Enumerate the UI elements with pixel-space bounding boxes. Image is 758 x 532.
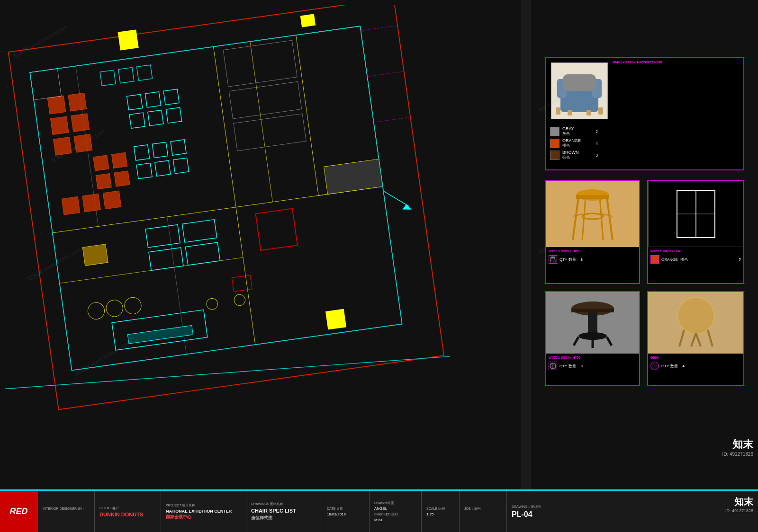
svg-rect-48 xyxy=(229,81,301,119)
round-table-qty-value: 4 xyxy=(683,364,685,368)
svg-rect-57 xyxy=(82,244,108,266)
scale-label: SCALE 比例 xyxy=(426,506,454,511)
swatch-orange-label: ORANGE橘色 xyxy=(562,138,591,148)
stool-small-icon xyxy=(550,256,556,263)
svg-line-87 xyxy=(550,258,551,262)
scale-value: 1:75 xyxy=(426,512,454,516)
date-label: DATE 日期 xyxy=(327,506,364,511)
svg-rect-29 xyxy=(96,173,111,189)
svg-line-97 xyxy=(607,337,612,346)
high-table-card: W460 x D470 x H840 ORANGE 橘色 7 xyxy=(647,180,744,284)
svg-point-102 xyxy=(678,298,714,334)
svg-line-61 xyxy=(30,26,360,72)
svg-rect-17 xyxy=(50,116,69,135)
drawn-section: DRAWN 绘图 ANGEL CHECKED 校对 MIKE xyxy=(370,491,422,532)
svg-rect-1 xyxy=(118,29,139,50)
svg-rect-22 xyxy=(145,92,161,107)
project-label: PROJECT 项目名称 xyxy=(166,503,241,508)
svg-line-81 xyxy=(607,197,613,240)
bar-stool-qty-value: 8 xyxy=(581,257,583,262)
svg-line-96 xyxy=(574,337,578,346)
dining-table-icon xyxy=(549,362,557,370)
designer-label: INTERIOR DESIGNER 设计 xyxy=(43,506,90,511)
designer-section: INTERIOR DESIGNER 设计 xyxy=(38,491,95,532)
project-value: NATIONAL EXHIBITION CENTER 国家会展中心 xyxy=(166,509,241,520)
drawn-value: ANGEL xyxy=(374,506,416,511)
svg-rect-33 xyxy=(171,140,186,155)
svg-point-95 xyxy=(578,332,607,340)
project-section: PROJECT 项目名称 NATIONAL EXHIBITION CENTER … xyxy=(161,491,246,532)
dining-table-card: W560 x D560 x H750 QTY 数量 9 xyxy=(545,291,640,386)
high-table-color-swatch xyxy=(650,255,659,264)
high-table-info: W460 x D470 x H840 ORANGE 橘色 7 xyxy=(648,247,743,266)
client-section: CLIENT 客户 DUNKIN DONUTS xyxy=(95,491,161,532)
svg-rect-31 xyxy=(134,145,150,160)
job-section: JOB # 编号 xyxy=(460,491,507,532)
dining-table-info: W560 x D560 x H750 QTY 数量 9 xyxy=(546,354,639,372)
swatch-gray xyxy=(550,127,559,136)
svg-rect-93 xyxy=(571,309,614,312)
drawings-label: DRAWINGS 图纸名称 xyxy=(251,502,317,506)
svg-rect-67 xyxy=(232,275,252,291)
svg-rect-36 xyxy=(173,158,189,174)
swatch-brown-label: BROWN棕色 xyxy=(562,150,591,160)
drawing-value: PL-04 xyxy=(512,510,559,519)
svg-rect-32 xyxy=(152,142,168,158)
svg-point-44 xyxy=(87,301,106,320)
bar-stool-card: W460 x D365 x H850 QTY 数量 8 xyxy=(545,180,640,284)
svg-rect-34 xyxy=(136,163,152,179)
round-table-qty-row: QTY 数量 4 xyxy=(650,362,741,370)
main-chair-spec-card: W460xD470x H450/321xD30 GRAY灰色 2 ORANGE橘… xyxy=(545,57,744,170)
svg-rect-30 xyxy=(114,171,130,186)
svg-rect-3 xyxy=(300,14,316,27)
svg-rect-56 xyxy=(324,159,382,194)
svg-rect-78 xyxy=(576,195,609,199)
svg-line-64 xyxy=(374,117,410,123)
svg-rect-14 xyxy=(136,65,152,80)
high-table-svg xyxy=(672,186,720,242)
dining-table-dimensions: W560 x D560 x H750 xyxy=(549,356,637,359)
svg-rect-38 xyxy=(82,194,101,212)
svg-rect-21 xyxy=(127,94,143,110)
svg-line-103 xyxy=(679,330,684,346)
checked-value: MIKE xyxy=(374,518,416,522)
svg-line-8 xyxy=(250,42,273,202)
svg-rect-18 xyxy=(71,114,90,132)
svg-rect-24 xyxy=(129,113,145,128)
svg-rect-28 xyxy=(112,152,127,168)
high-table-color-cn: 橘色 xyxy=(680,257,688,262)
bar-stool-icon-box xyxy=(549,255,557,264)
job-label: JOB # 编号 xyxy=(464,506,502,511)
swatch-brown-count: 3 xyxy=(596,153,598,158)
svg-rect-40 xyxy=(145,225,180,248)
swatch-row-gray: GRAY灰色 2 xyxy=(550,126,740,136)
svg-point-46 xyxy=(124,296,143,315)
svg-rect-42 xyxy=(149,248,183,270)
zhiben-logo-area: 知末 ID: 491271826 xyxy=(722,437,753,457)
high-table-photo xyxy=(648,181,743,247)
job-value xyxy=(464,512,502,516)
bar-stool-photo xyxy=(546,181,639,247)
svg-line-106 xyxy=(696,333,701,346)
main-card-dimensions: W460xD470x H450/321xD30 xyxy=(613,60,662,64)
svg-rect-2 xyxy=(325,309,346,329)
svg-rect-26 xyxy=(166,107,182,123)
main-chair-photo xyxy=(551,62,608,119)
svg-rect-23 xyxy=(163,89,179,105)
dining-table-qty-label: QTY 数量 xyxy=(559,364,576,369)
right-panel: 知末网 www.znzmo.com 知末网 www.znzmo.com W460… xyxy=(531,0,758,502)
main-chair-svg xyxy=(553,65,605,117)
svg-line-80 xyxy=(573,197,578,240)
svg-rect-50 xyxy=(255,209,297,250)
bar-stool-qty-row: QTY 数量 8 xyxy=(549,255,637,264)
bottom-zhiben-text: 知末 xyxy=(734,496,753,508)
svg-line-104 xyxy=(708,330,713,346)
svg-marker-54 xyxy=(402,204,412,211)
date-value: 18/03/2016 xyxy=(327,512,364,516)
bar-stool-dimensions: W460 x D365 x H850 xyxy=(549,249,637,253)
bottom-title-bar: RED INTERIOR DESIGNER 设计 CLIENT 客户 DUNKI… xyxy=(0,489,758,532)
round-table-dimensions: Ø800 xyxy=(650,356,741,359)
svg-point-65 xyxy=(234,294,246,307)
zhiben-logo: 知末 xyxy=(722,437,753,452)
svg-rect-37 xyxy=(62,196,80,215)
